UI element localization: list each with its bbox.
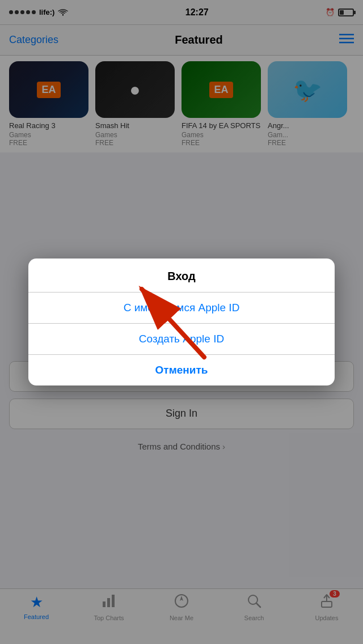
sign-in-modal: Вход С имеющимся Apple ID Создать Apple … [28,259,335,385]
cancel-button[interactable]: Отменить [28,355,335,385]
existing-apple-id-button[interactable]: С имеющимся Apple ID [28,293,335,324]
modal-overlay: Вход С имеющимся Apple ID Создать Apple … [0,0,363,644]
modal-title: Вход [167,270,195,282]
modal-title-row: Вход [28,259,335,293]
create-apple-id-button[interactable]: Создать Apple ID [28,324,335,355]
